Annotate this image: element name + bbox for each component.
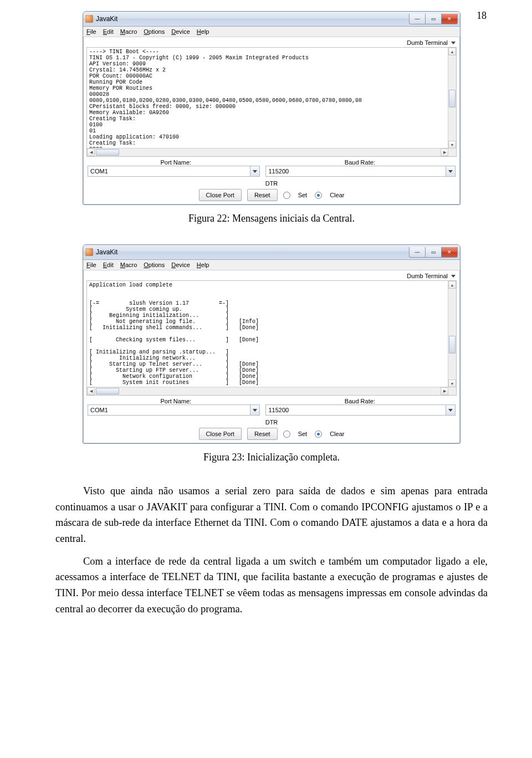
terminal-text: Application load complete [-= slush Vers… (87, 281, 448, 387)
paragraph-1: Visto que ainda não usamos a serial zero… (55, 483, 488, 547)
scroll-right-icon[interactable]: ▶ (441, 387, 448, 395)
radio-set-label: Set (298, 431, 308, 437)
terminal-output: ----> TINI Boot <---- TINI OS 1.17 - Cop… (86, 47, 457, 157)
port-name-value: COM1 (90, 407, 108, 413)
dtr-label: DTR (265, 418, 278, 427)
menu-macro[interactable]: Macro (120, 28, 137, 35)
menu-file[interactable]: File (86, 262, 96, 268)
terminal-mode-dropdown[interactable]: Dumb Terminal (407, 39, 448, 46)
close-button[interactable]: ✕ (442, 14, 458, 24)
figure-23-caption: Figura 23: Inicialização completa. (55, 452, 488, 463)
menu-options[interactable]: Options (144, 28, 165, 35)
menu-bar: File Edit Macro Options Device Help (83, 260, 460, 270)
titlebar: JavaKit — ▭ ✕ (83, 245, 460, 260)
scroll-up-icon[interactable]: ▲ (448, 281, 456, 289)
radio-clear[interactable] (315, 431, 322, 438)
minimize-button[interactable]: — (409, 14, 426, 24)
javakit-window-1: JavaKit — ▭ ✕ File Edit Macro Options De… (83, 11, 461, 205)
scroll-thumb-h[interactable] (96, 388, 119, 395)
close-port-button[interactable]: Close Port (199, 189, 242, 201)
baud-rate-label: Baud Rate: (264, 159, 456, 166)
radio-clear[interactable] (315, 192, 322, 199)
close-button[interactable]: ✕ (442, 247, 458, 258)
port-name-label: Port Name: (88, 159, 264, 166)
scroll-corner (448, 387, 456, 395)
port-name-value: COM1 (90, 168, 108, 175)
baud-rate-value: 115200 (268, 168, 289, 175)
app-icon (85, 248, 93, 256)
chevron-down-icon[interactable] (451, 42, 456, 44)
baud-rate-combo[interactable]: 115200 (265, 404, 456, 416)
baud-rate-label: Baud Rate: (264, 398, 456, 404)
reset-button[interactable]: Reset (247, 189, 278, 201)
scroll-up-icon[interactable]: ▲ (448, 48, 456, 55)
radio-set[interactable] (283, 431, 290, 438)
terminal-output: Application load complete [-= slush Vers… (86, 280, 457, 396)
chevron-down-icon[interactable] (451, 275, 456, 278)
menu-bar: File Edit Macro Options Device Help (83, 27, 460, 37)
menu-help[interactable]: Help (197, 262, 209, 268)
window-title: JavaKit (96, 248, 409, 256)
terminal-text: ----> TINI Boot <---- TINI OS 1.17 - Cop… (87, 48, 448, 148)
radio-clear-label: Clear (330, 192, 344, 198)
chevron-down-icon[interactable] (446, 166, 455, 176)
chevron-down-icon[interactable] (250, 405, 259, 415)
titlebar: JavaKit — ▭ ✕ (83, 12, 460, 27)
menu-edit[interactable]: Edit (103, 262, 114, 268)
window-title: JavaKit (96, 15, 409, 23)
port-name-label: Port Name: (88, 398, 264, 404)
radio-clear-label: Clear (330, 431, 344, 437)
vertical-scrollbar[interactable]: ▲ ▼ (448, 281, 456, 387)
menu-device[interactable]: Device (171, 262, 190, 268)
chevron-down-icon[interactable] (446, 405, 455, 415)
scroll-right-icon[interactable]: ▶ (441, 148, 448, 156)
scroll-thumb-h[interactable] (96, 149, 119, 156)
baud-rate-combo[interactable]: 115200 (265, 166, 456, 177)
paragraph-2: Com a interface de rede da central ligad… (55, 554, 488, 617)
dtr-label: DTR (265, 179, 278, 188)
radio-set-label: Set (298, 192, 308, 198)
scroll-thumb[interactable] (449, 336, 456, 354)
maximize-button[interactable]: ▭ (426, 247, 442, 258)
scroll-left-icon[interactable]: ◀ (87, 148, 95, 156)
page-number: 18 (477, 10, 487, 22)
horizontal-scrollbar[interactable]: ◀ ▶ (87, 387, 448, 395)
port-name-combo[interactable]: COM1 (88, 166, 260, 177)
baud-rate-value: 115200 (268, 407, 289, 413)
figure-22-caption: Figura 22: Mensagens iniciais da Central… (55, 213, 488, 224)
javakit-window-2: JavaKit — ▭ ✕ File Edit Macro Options De… (83, 244, 461, 444)
scroll-corner (448, 148, 456, 156)
minimize-button[interactable]: — (409, 247, 426, 258)
terminal-mode-dropdown[interactable]: Dumb Terminal (407, 273, 448, 279)
scroll-left-icon[interactable]: ◀ (87, 387, 95, 395)
port-name-combo[interactable]: COM1 (88, 404, 260, 416)
radio-set[interactable] (283, 192, 290, 199)
scroll-thumb[interactable] (449, 90, 456, 107)
menu-help[interactable]: Help (197, 28, 209, 35)
menu-options[interactable]: Options (144, 262, 165, 268)
app-icon (85, 15, 93, 23)
menu-macro[interactable]: Macro (120, 262, 137, 268)
menu-device[interactable]: Device (171, 28, 190, 35)
close-port-button[interactable]: Close Port (199, 428, 242, 440)
menu-edit[interactable]: Edit (103, 28, 114, 35)
vertical-scrollbar[interactable]: ▲ ▼ (448, 48, 456, 148)
scroll-down-icon[interactable]: ▼ (448, 141, 456, 148)
chevron-down-icon[interactable] (250, 166, 259, 176)
reset-button[interactable]: Reset (247, 428, 278, 440)
scroll-down-icon[interactable]: ▼ (448, 380, 456, 387)
horizontal-scrollbar[interactable]: ◀ ▶ (87, 148, 448, 156)
menu-file[interactable]: File (86, 28, 96, 35)
maximize-button[interactable]: ▭ (426, 14, 442, 24)
